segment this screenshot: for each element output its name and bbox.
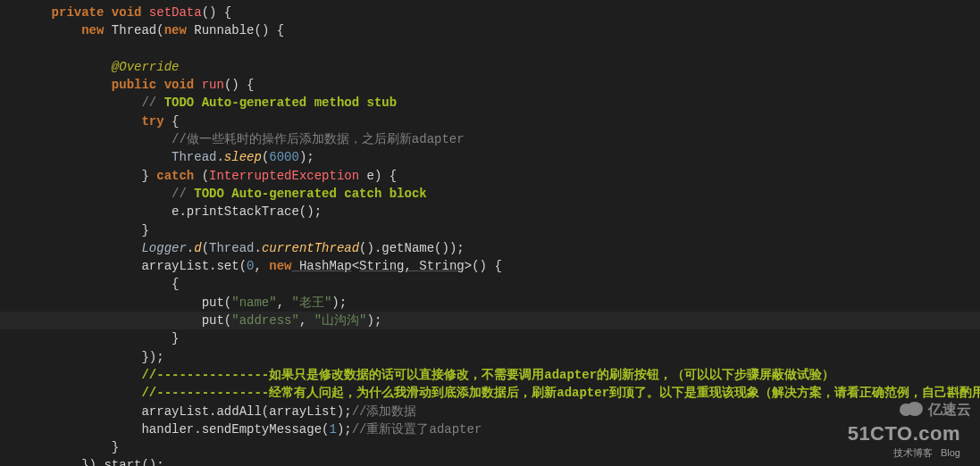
keyword-catch: catch [156, 169, 194, 183]
code-text: }).start(); [81, 458, 163, 466]
comment: // [172, 187, 194, 201]
comment: Auto-generated catch block [224, 187, 427, 201]
code-line: // TODO Auto-generated catch block [0, 185, 980, 203]
keyword-new: new [164, 23, 187, 37]
code-line: //---------------如果只是修改数据的话可以直接修改，不需要调用a… [0, 366, 980, 384]
code-text: ); [337, 422, 352, 437]
code-line: } [0, 221, 980, 239]
code-line: private void setData() { [0, 4, 980, 21]
code-text: . [254, 241, 261, 255]
code-line: // TODO Auto-generated method stub [0, 94, 980, 112]
code-text: < [352, 259, 359, 273]
comment: //---------------如果只是修改数据的话可以直接修改，不需要调用a… [141, 368, 834, 382]
code-text: } [112, 440, 119, 454]
code-text: () { [224, 78, 255, 92]
comment: //---------------经常有人问起，为什么我滑动到底添加数据后，刷新… [141, 386, 980, 400]
code-line: Thread.sleep(6000); [0, 148, 980, 166]
code-text: , [299, 313, 314, 328]
code-text: arrayList.set( [141, 259, 247, 273]
code-text: } [141, 223, 148, 237]
method-name: run [202, 78, 224, 92]
code-text: Thread( [112, 23, 164, 37]
comment-todo: TODO [194, 187, 224, 201]
code-line: Logger.d(Thread.currentThread().getName(… [0, 239, 980, 257]
code-text: . [216, 150, 223, 164]
code-text: { [172, 277, 179, 291]
number-literal: 6000 [269, 150, 299, 164]
code-text: } [141, 169, 156, 183]
code-text: ().getName()); [359, 241, 465, 255]
code-line: } [0, 438, 980, 456]
comment: //添加数据 [352, 404, 417, 419]
code-text: Runnable() { [194, 23, 284, 37]
comment: Auto-generated method stub [194, 96, 397, 110]
code-line: @Override [0, 58, 980, 76]
keyword-void: void [164, 78, 195, 92]
code-text: () { [202, 5, 232, 20]
string-literal: "山沟沟" [314, 313, 367, 328]
type-ref: String [359, 259, 404, 273]
code-text: e.printStackTrace(); [172, 204, 322, 219]
code-line: } [0, 329, 980, 347]
code-line: put("name", "老王"); [0, 294, 980, 312]
code-line: public void run() { [0, 76, 980, 94]
code-text: } [172, 331, 179, 345]
code-text: , [405, 259, 420, 273]
exception-type: InterruptedException [209, 169, 359, 183]
method-call: sleep [224, 150, 262, 164]
code-line: }); [0, 348, 980, 366]
comment: //做一些耗时的操作后添加数据，之后刷新adapter [172, 132, 465, 146]
code-line: }).start(); [0, 456, 980, 466]
code-text: ( [194, 169, 209, 183]
code-text: > [465, 259, 472, 273]
keyword-try: try [141, 114, 163, 129]
code-line: } catch (InterruptedException e) { [0, 167, 980, 185]
code-line: e.printStackTrace(); [0, 203, 980, 221]
code-text: put( [202, 313, 232, 328]
method-call: currentThread [262, 241, 359, 255]
code-text: () { [472, 259, 502, 273]
code-text: ); [367, 313, 382, 328]
number-literal: 1 [329, 422, 336, 437]
keyword-void: void [112, 5, 142, 20]
class-ref: Logger [141, 241, 186, 255]
type-ref: String [419, 259, 464, 273]
comment: //重新设置了adapter [352, 422, 482, 437]
code-text: ); [299, 150, 314, 164]
code-line [0, 40, 980, 58]
method-call: d [194, 241, 201, 255]
code-line: new Thread(new Runnable() { [0, 21, 980, 39]
code-line: try { [0, 112, 980, 130]
code-line: arrayList.addAll(arrayList);//添加数据 [0, 403, 980, 420]
class-ref: Thread [172, 150, 216, 164]
string-literal: "name" [231, 295, 276, 310]
code-line: //---------------经常有人问起，为什么我滑动到底添加数据后，刷新… [0, 384, 980, 402]
code-text: ( [202, 241, 209, 255]
keyword-new: new [81, 23, 104, 37]
keyword-private: private [52, 5, 105, 20]
code-line: //做一些耗时的操作后添加数据，之后刷新adapter [0, 130, 980, 148]
comment: // [141, 96, 163, 110]
code-line-highlighted: put("address", "山沟沟"); [0, 312, 980, 329]
comment-todo: TODO [164, 96, 195, 110]
code-text: , [254, 259, 269, 273]
method-name: setData [149, 5, 202, 20]
code-line: handler.sendEmptyMessage(1);//重新设置了adapt… [0, 420, 980, 438]
code-text: put( [202, 295, 232, 310]
code-text: e) { [359, 169, 397, 183]
code-line: { [0, 275, 980, 293]
keyword-public: public [112, 78, 156, 92]
string-literal: "address" [231, 313, 299, 328]
code-text: arrayList.addAll(arrayList); [141, 404, 351, 419]
code-text: , [277, 295, 292, 310]
code-text: handler.sendEmptyMessage( [141, 422, 329, 437]
code-text: }); [141, 350, 163, 364]
code-line: arrayList.set(0, new HashMap<String, Str… [0, 257, 980, 275]
code-text: ); [331, 295, 347, 310]
code-text: { [164, 114, 180, 129]
code-text: HashMap [291, 259, 351, 273]
string-literal: "老王" [291, 295, 331, 310]
code-text: . [187, 241, 194, 255]
class-ref: Thread [209, 241, 254, 255]
keyword-new: new [269, 259, 291, 273]
